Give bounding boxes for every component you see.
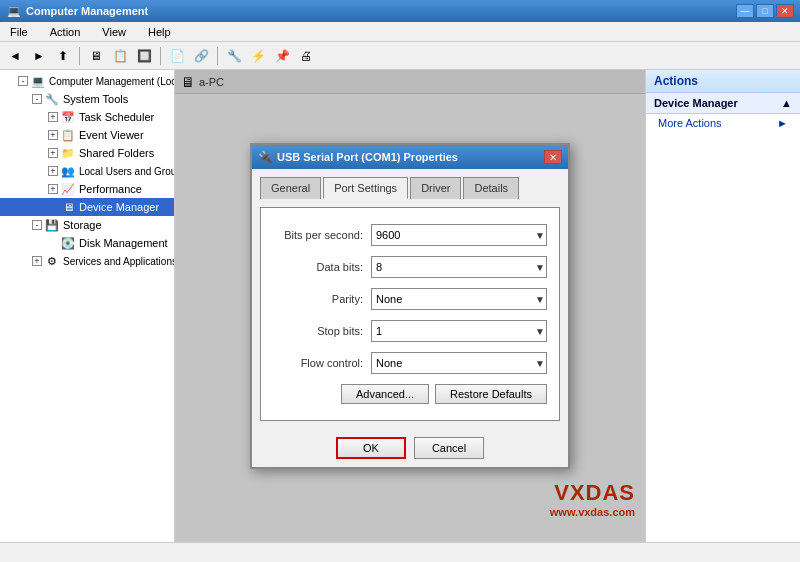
item-label: Services and Applications [63,256,175,267]
sidebar-item-shared-folders[interactable]: + 📁 Shared Folders [0,144,174,162]
actions-section-device-manager: Device Manager ▲ [646,93,800,114]
form-row-databits: Data bits: 5 6 7 8 ▼ [273,256,547,278]
form-row-bps: Bits per second: 9600 1200 2400 4800 192… [273,224,547,246]
item-label: Task Scheduler [79,111,154,123]
toolbar-separator-1 [79,47,80,65]
title-bar: 💻 Computer Management — □ ✕ [0,0,800,22]
menu-bar: File Action View Help [0,22,800,42]
minimize-button[interactable]: — [736,4,754,18]
toolbar-separator-3 [217,47,218,65]
toolbar-btn-8[interactable]: 📌 [271,45,293,67]
select-databits[interactable]: 5 6 7 8 [371,256,547,278]
item-label: Storage [63,219,102,231]
expand-icon[interactable]: - [32,94,42,104]
folder-icon: 📁 [60,145,76,161]
expand-icon[interactable]: + [48,184,58,194]
item-label: Device Manager [79,201,159,213]
tab-port-settings[interactable]: Port Settings [323,177,408,199]
sidebar-item-disk-management[interactable]: 💽 Disk Management [0,234,174,252]
toolbar-btn-4[interactable]: 📄 [166,45,188,67]
select-wrapper-flowcontrol: None Xon / Xoff Hardware ▼ [371,352,547,374]
select-wrapper-stopbits: 1 1.5 2 ▼ [371,320,547,342]
toolbar-btn-6[interactable]: 🔧 [223,45,245,67]
modal-close-button[interactable]: ✕ [544,150,562,164]
actions-section-label: Device Manager [654,97,738,109]
app-icon: 💻 [6,3,22,19]
maximize-button[interactable]: □ [756,4,774,18]
expand-icon[interactable]: - [18,76,28,86]
modal-icon: 🔌 [258,150,273,164]
close-button[interactable]: ✕ [776,4,794,18]
toolbar-btn-5[interactable]: 🔗 [190,45,212,67]
expand-icon[interactable]: + [32,256,42,266]
toolbar-separator-2 [160,47,161,65]
sidebar-item-computer-management[interactable]: - 💻 Computer Management (Local [0,72,174,90]
select-wrapper-bps: 9600 1200 2400 4800 19200 38400 57600 11… [371,224,547,246]
content-area: 🖥 a-PC 🔌 USB Serial Port (COM1) Properti… [175,70,645,542]
label-parity: Parity: [273,293,363,305]
sidebar-item-system-tools[interactable]: - 🔧 System Tools [0,90,174,108]
select-stopbits[interactable]: 1 1.5 2 [371,320,547,342]
tab-details[interactable]: Details [463,177,519,199]
select-parity[interactable]: None Odd Even Mark Space [371,288,547,310]
main-layout: - 💻 Computer Management (Local - 🔧 Syste… [0,70,800,542]
sidebar-item-performance[interactable]: + 📈 Performance [0,180,174,198]
expand-icon[interactable]: + [48,130,58,140]
form-row-flowcontrol: Flow control: None Xon / Xoff Hardware ▼ [273,352,547,374]
menu-view[interactable]: View [96,24,132,40]
action-buttons-row: Advanced... Restore Defaults [273,384,547,404]
sidebar-item-task-scheduler[interactable]: + 📅 Task Scheduler [0,108,174,126]
item-label: Computer Management (Local [49,76,175,87]
select-bps[interactable]: 9600 1200 2400 4800 19200 38400 57600 11… [371,224,547,246]
select-flowcontrol[interactable]: None Xon / Xoff Hardware [371,352,547,374]
item-label: System Tools [63,93,128,105]
cancel-button[interactable]: Cancel [414,437,484,459]
more-actions-arrow: ► [777,117,788,129]
tab-driver[interactable]: Driver [410,177,461,199]
expand-icon[interactable]: + [48,148,58,158]
event-icon: 📋 [60,127,76,143]
modal-footer: OK Cancel [252,429,568,467]
select-wrapper-parity: None Odd Even Mark Space ▼ [371,288,547,310]
sidebar-item-device-manager[interactable]: 🖥 Device Manager [0,198,174,216]
expand-icon[interactable]: + [48,166,58,176]
actions-collapse-icon[interactable]: ▲ [781,97,792,109]
form-row-parity: Parity: None Odd Even Mark Space ▼ [273,288,547,310]
modal-overlay: 🔌 USB Serial Port (COM1) Properties ✕ Ge… [175,70,645,542]
toolbar-forward[interactable]: ► [28,45,50,67]
sidebar-item-storage[interactable]: - 💾 Storage [0,216,174,234]
tab-general[interactable]: General [260,177,321,199]
toolbar-btn-7[interactable]: ⚡ [247,45,269,67]
actions-panel: Actions Device Manager ▲ More Actions ► [645,70,800,542]
sidebar: - 💻 Computer Management (Local - 🔧 Syste… [0,70,175,542]
sidebar-item-services[interactable]: + ⚙ Services and Applications [0,252,174,270]
select-wrapper-databits: 5 6 7 8 ▼ [371,256,547,278]
more-actions-label: More Actions [658,117,722,129]
modal-body: General Port Settings Driver Details Bit… [252,169,568,429]
toolbar-btn-1[interactable]: 🖥 [85,45,107,67]
toolbar-btn-3[interactable]: 🔲 [133,45,155,67]
toolbar-back[interactable]: ◄ [4,45,26,67]
item-label: Event Viewer [79,129,144,141]
actions-header: Actions [646,70,800,93]
advanced-button[interactable]: Advanced... [341,384,429,404]
sidebar-item-local-users[interactable]: + 👥 Local Users and Groups [0,162,174,180]
actions-more-actions[interactable]: More Actions ► [646,114,800,132]
restore-defaults-button[interactable]: Restore Defaults [435,384,547,404]
label-bps: Bits per second: [273,229,363,241]
expand-icon[interactable]: - [32,220,42,230]
storage-icon: 💾 [44,217,60,233]
toolbar-btn-9[interactable]: 🖨 [295,45,317,67]
ok-button[interactable]: OK [336,437,406,459]
menu-help[interactable]: Help [142,24,177,40]
label-databits: Data bits: [273,261,363,273]
toolbar-btn-2[interactable]: 📋 [109,45,131,67]
expand-icon[interactable]: + [48,112,58,122]
modal-title: USB Serial Port (COM1) Properties [277,151,544,163]
toolbar: ◄ ► ⬆ 🖥 📋 🔲 📄 🔗 🔧 ⚡ 📌 🖨 [0,42,800,70]
toolbar-up[interactable]: ⬆ [52,45,74,67]
sidebar-item-event-viewer[interactable]: + 📋 Event Viewer [0,126,174,144]
menu-file[interactable]: File [4,24,34,40]
menu-action[interactable]: Action [44,24,87,40]
tab-content-port-settings: Bits per second: 9600 1200 2400 4800 192… [260,207,560,421]
